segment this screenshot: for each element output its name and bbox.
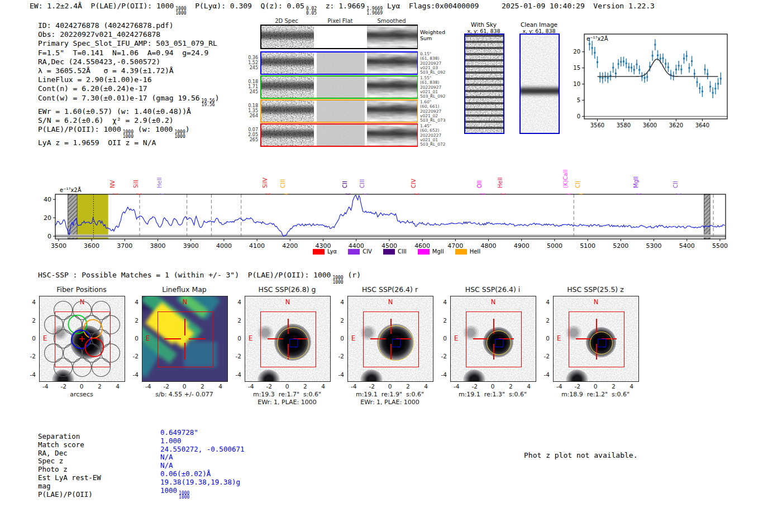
cutout-xtick: 2 [504, 383, 517, 390]
cutout-caption: arcsecs [27, 391, 136, 398]
spec2d-cell-spec [261, 100, 314, 122]
data-point [597, 61, 598, 63]
match-value-segment: 0.649728" [160, 428, 198, 437]
cutout-ytick: -2 [127, 353, 139, 360]
stacked-fraction: 10001000 [174, 130, 185, 138]
left-label: 1.71 [245, 84, 258, 89]
info-line: λ = 3605.52Å σ = 4.39(±1.72)Å [38, 66, 220, 75]
spec2d-cell-spec [261, 76, 314, 98]
info-segment: ID: 4024276878 (4024276878.pdf) [38, 21, 174, 30]
cutout-ytick: 0 [333, 335, 344, 342]
cutout-image-img: NE [450, 296, 536, 382]
cutout-image-img: NE [553, 296, 639, 382]
x-tick-label: 4200 [282, 242, 298, 250]
centroid-square [598, 339, 606, 347]
header-segment: P(Lyα): 0.309 Q(z): 0.05 [187, 2, 304, 10]
match-value-segment: 24.550272, -0.500671 [160, 445, 245, 453]
fraction-part: 19.56 [202, 103, 215, 107]
match-value: 0.649728" [160, 428, 198, 437]
info-segment: ) [215, 94, 220, 102]
data-point [636, 64, 637, 65]
trace-band [367, 58, 417, 65]
crosshair-h [189, 338, 206, 339]
cutout-ytick: 0 [538, 335, 550, 342]
crosshair-v [184, 319, 185, 336]
x-tick-label: 3600 [84, 242, 99, 250]
legend-item: CIII [383, 248, 407, 255]
info-line: F=1.5" T=0.141 N=1.06 A=0.94 g=24.9 [38, 49, 220, 57]
spec2d-cell-smooth [367, 26, 417, 48]
line-bracket: { [566, 193, 571, 195]
fiber-circle [45, 315, 63, 334]
cutout-xtick: 4 [419, 383, 433, 390]
cutout-xtick: -2 [57, 383, 70, 390]
stacked-fraction: 10001000 [123, 130, 133, 138]
plot-frame [55, 194, 726, 239]
fraction-part: 1.9669 [366, 11, 383, 16]
data-point [589, 43, 590, 45]
spec2d-left-labels: 0.181.71245 [245, 79, 258, 94]
cutout-ytick: 0 [230, 335, 241, 342]
cutout-ytick: 0 [127, 335, 139, 342]
spec2d-row [260, 123, 418, 147]
trace-band [367, 106, 417, 113]
cutout-ytick: 4 [127, 299, 139, 305]
trace-band [261, 106, 314, 113]
col-header-2dspec: 2D Spec [259, 18, 314, 24]
legend-label: CIII [398, 248, 407, 255]
spec2d-cell-smooth [367, 100, 417, 122]
cutout-xtick: 4 [214, 383, 227, 390]
info-line: ID: 4024276878 (4024276878.pdf) [38, 21, 220, 30]
match-value-segment: 1000 [160, 486, 177, 495]
data-point [699, 88, 700, 89]
fraction-part: 1000 [174, 135, 185, 139]
emission-line-label: MgII [633, 176, 639, 188]
compass-east: E [249, 334, 252, 342]
spec2d-cell-flat [317, 100, 365, 122]
match-value: 19.38(19.38,19.38)g [160, 478, 240, 486]
cutout-title: HSC SSP(26.4) i [439, 285, 546, 294]
emission-line-label: SiII [133, 180, 139, 188]
x-tick-label: 3600 [643, 122, 657, 128]
line-bracket: { [637, 193, 642, 195]
fraction-part: 1000 [123, 135, 133, 139]
col-header-smoothed: Smoothed [364, 18, 419, 24]
y-tick-label: 20 [44, 214, 51, 222]
data-point [662, 57, 664, 59]
crosshair-v [184, 343, 185, 360]
trace-band [261, 58, 314, 65]
object-trace-band [519, 88, 560, 94]
fiber-circle [92, 358, 110, 376]
y-tick-label: 0 [47, 233, 51, 240]
match-label: Match score [38, 440, 84, 449]
cutout-title: HSC SSP(25.5) z [542, 285, 649, 294]
cutout-xtick: -2 [365, 383, 379, 390]
info-segment: F=1.5" T=0.141 N=1.06 A=0.94 g=24.9 [38, 49, 208, 57]
crosshair-h [473, 338, 489, 339]
line-bracket: { [480, 193, 485, 195]
centroid-square [495, 339, 503, 347]
line-bracket: { [363, 193, 368, 195]
hsc-segment: (r) [344, 271, 361, 279]
emission-line-label: SiIV [262, 178, 268, 188]
match-label: Spec z [38, 457, 63, 465]
spec2d-cell-flat [317, 52, 365, 74]
x-tick-label: 3620 [669, 122, 683, 128]
spec2d-row [260, 25, 418, 49]
line-bracket: { [579, 193, 584, 195]
info-segment: RA,Dec (24.550423,-0.500572) [38, 57, 160, 66]
cutout-xtick: 2 [196, 383, 209, 390]
x-tick-label: 4800 [481, 242, 497, 250]
fiber-circle [45, 344, 63, 362]
data-point [623, 61, 624, 63]
cutout-xtick: -4 [450, 383, 463, 390]
emission-line-label: HeII [497, 177, 503, 188]
match-label: Photo z [38, 465, 68, 473]
match-label: mag [38, 482, 51, 490]
svg [317, 100, 365, 122]
spec2d-cell-spec [261, 26, 314, 48]
trace-band [367, 130, 417, 137]
info-segment: LyA z = 1.9659 OII z = N/A [38, 138, 156, 147]
compass-north: N [142, 298, 227, 306]
data-point [694, 73, 695, 75]
